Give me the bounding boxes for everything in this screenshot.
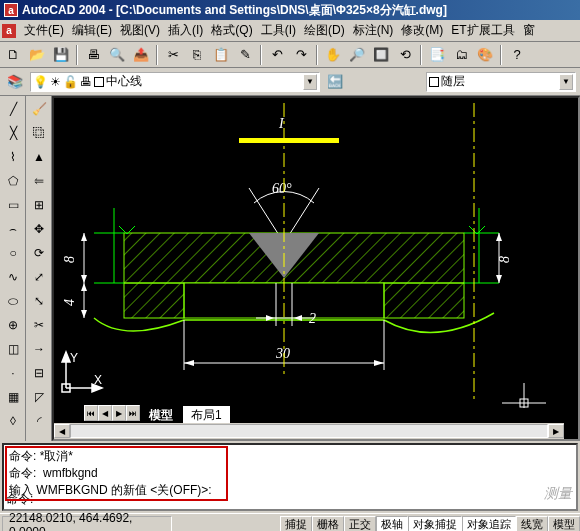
arc-tool[interactable]: ⌢ xyxy=(2,218,24,240)
extend-tool[interactable]: → xyxy=(28,338,50,360)
scroll-left-button[interactable]: ◀ xyxy=(54,424,70,438)
offset-tool[interactable]: ⥢ xyxy=(28,170,50,192)
layer-manager-button[interactable]: 📚 xyxy=(4,71,26,93)
point-tool[interactable]: · xyxy=(2,362,24,384)
stretch-tool[interactable]: ⤡ xyxy=(28,290,50,312)
zoom-realtime-button[interactable]: 🔎 xyxy=(346,44,368,66)
break-tool[interactable]: ⊟ xyxy=(28,362,50,384)
svg-marker-18 xyxy=(81,283,87,291)
dim-h1: 8 xyxy=(62,256,77,263)
toolpalette-button[interactable]: 🎨 xyxy=(474,44,496,66)
lwt-toggle[interactable]: 线宽 xyxy=(516,516,548,532)
menu-edit[interactable]: 编辑(E) xyxy=(68,20,116,41)
window-title: AutoCAD 2004 - [C:\Documents and Setting… xyxy=(22,2,447,19)
chevron-down-icon[interactable]: ▼ xyxy=(303,74,317,90)
separator xyxy=(420,45,422,65)
grid-toggle[interactable]: 栅格 xyxy=(312,516,344,532)
toolbar-layers: 📚 💡 ☀ 🔓 🖶 中心线 ▼ 🔙 随层 ▼ xyxy=(0,68,580,96)
tab-last-button[interactable]: ⏭ xyxy=(126,405,140,421)
paste-button[interactable]: 📋 xyxy=(210,44,232,66)
open-button[interactable]: 📂 xyxy=(26,44,48,66)
new-button[interactable]: 🗋 xyxy=(2,44,24,66)
osnap-toggle[interactable]: 对象捕捉 xyxy=(408,516,462,532)
pan-button[interactable]: ✋ xyxy=(322,44,344,66)
chamfer-tool[interactable]: ◸ xyxy=(28,386,50,408)
layer-prev-button[interactable]: 🔙 xyxy=(324,71,346,93)
scroll-right-button[interactable]: ▶ xyxy=(548,424,564,438)
scale-tool[interactable]: ⤢ xyxy=(28,266,50,288)
menu-modify[interactable]: 修改(M) xyxy=(397,20,447,41)
properties-button[interactable]: 📑 xyxy=(426,44,448,66)
publish-button[interactable]: 📤 xyxy=(130,44,152,66)
scrollbar-horizontal[interactable]: ◀ ▶ xyxy=(54,423,564,439)
tab-model[interactable]: 模型 xyxy=(140,405,182,423)
menu-tools[interactable]: 工具(I) xyxy=(257,20,300,41)
rectangle-tool[interactable]: ▭ xyxy=(2,194,24,216)
drawing-canvas[interactable]: I 60° xyxy=(52,96,580,441)
menu-window[interactable]: 窗 xyxy=(519,20,539,41)
menu-view[interactable]: 视图(V) xyxy=(116,20,164,41)
scroll-track[interactable] xyxy=(70,424,548,438)
print-button[interactable]: 🖶 xyxy=(82,44,104,66)
fillet-tool[interactable]: ◜ xyxy=(28,410,50,432)
svg-marker-39 xyxy=(62,352,70,362)
zoom-window-button[interactable]: 🔲 xyxy=(370,44,392,66)
help-button[interactable]: ? xyxy=(506,44,528,66)
spline-tool[interactable]: ∿ xyxy=(2,266,24,288)
cmd-line-3: 输入 WMFBKGND 的新值 <关(OFF)>: xyxy=(9,482,212,499)
redo-button[interactable]: ↷ xyxy=(290,44,312,66)
xline-tool[interactable]: ╳ xyxy=(2,122,24,144)
erase-tool[interactable]: 🧹 xyxy=(28,98,50,120)
snap-toggle[interactable]: 捕捉 xyxy=(280,516,312,532)
model-toggle[interactable]: 模型 xyxy=(548,516,580,532)
toolbar-standard: 🗋 📂 💾 🖶 🔍 📤 ✂ ⎘ 📋 ✎ ↶ ↷ ✋ 🔎 🔲 ⟲ 📑 🗂 🎨 ? xyxy=(0,42,580,68)
undo-button[interactable]: ↶ xyxy=(266,44,288,66)
menu-et-tools[interactable]: ET扩展工具 xyxy=(447,20,518,41)
tab-first-button[interactable]: ⏮ xyxy=(84,405,98,421)
circle-tool[interactable]: ○ xyxy=(2,242,24,264)
zoom-prev-button[interactable]: ⟲ xyxy=(394,44,416,66)
menu-insert[interactable]: 插入(I) xyxy=(164,20,207,41)
menu-draw[interactable]: 绘图(D) xyxy=(300,20,349,41)
designcenter-button[interactable]: 🗂 xyxy=(450,44,472,66)
tab-layout1[interactable]: 布局1 xyxy=(182,405,231,423)
insert-tool[interactable]: ⊕ xyxy=(2,314,24,336)
trim-tool[interactable]: ✂ xyxy=(28,314,50,336)
otrack-toggle[interactable]: 对象追踪 xyxy=(462,516,516,532)
toolbar-draw: ╱ ╳ ⌇ ⬠ ▭ ⌢ ○ ∿ ⬭ ⊕ ◫ · ▦ ◊ xyxy=(0,96,26,441)
block-tool[interactable]: ◫ xyxy=(2,338,24,360)
polar-toggle[interactable]: 极轴 xyxy=(376,516,408,532)
mirror-tool[interactable]: ▲ xyxy=(28,146,50,168)
coordinates-display[interactable]: 22148.0210, 464.4692, 0.0000 xyxy=(2,516,172,532)
layer-color-swatch xyxy=(94,77,104,87)
copy-tool[interactable]: ⿻ xyxy=(28,122,50,144)
command-line[interactable]: 命令: *取消* 命令: wmfbkgnd 输入 WMFBKGND 的新值 <关… xyxy=(2,443,578,511)
copy-button[interactable]: ⎘ xyxy=(186,44,208,66)
menu-file[interactable]: 文件(E) xyxy=(20,20,68,41)
tab-next-button[interactable]: ▶ xyxy=(112,405,126,421)
menu-format[interactable]: 格式(Q) xyxy=(207,20,256,41)
separator xyxy=(316,45,318,65)
ellipse-tool[interactable]: ⬭ xyxy=(2,290,24,312)
match-button[interactable]: ✎ xyxy=(234,44,256,66)
cut-button[interactable]: ✂ xyxy=(162,44,184,66)
separator xyxy=(156,45,158,65)
line-tool[interactable]: ╱ xyxy=(2,98,24,120)
chevron-down-icon[interactable]: ▼ xyxy=(559,74,573,90)
rotate-tool[interactable]: ⟳ xyxy=(28,242,50,264)
ortho-toggle[interactable]: 正交 xyxy=(344,516,376,532)
separator xyxy=(500,45,502,65)
move-tool[interactable]: ✥ xyxy=(28,218,50,240)
array-tool[interactable]: ⊞ xyxy=(28,194,50,216)
menu-dimension[interactable]: 标注(N) xyxy=(349,20,398,41)
polygon-tool[interactable]: ⬠ xyxy=(2,170,24,192)
linetype-dropdown[interactable]: 随层 ▼ xyxy=(426,72,576,92)
tab-prev-button[interactable]: ◀ xyxy=(98,405,112,421)
polyline-tool[interactable]: ⌇ xyxy=(2,146,24,168)
hatch-tool[interactable]: ▦ xyxy=(2,386,24,408)
region-tool[interactable]: ◊ xyxy=(2,410,24,432)
save-button[interactable]: 💾 xyxy=(50,44,72,66)
preview-button[interactable]: 🔍 xyxy=(106,44,128,66)
document-icon[interactable]: a xyxy=(2,24,16,38)
layer-dropdown[interactable]: 💡 ☀ 🔓 🖶 中心线 ▼ xyxy=(30,72,320,92)
